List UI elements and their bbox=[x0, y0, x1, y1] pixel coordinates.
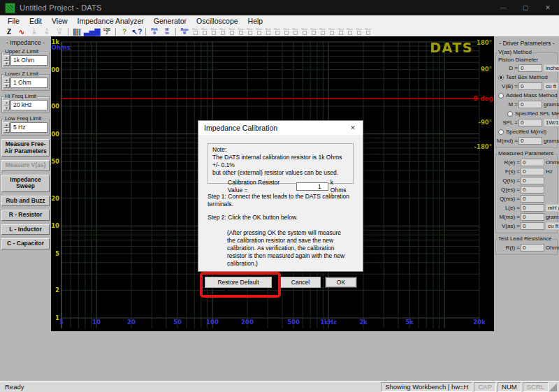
spinner-up-icon[interactable]: ▲ bbox=[3, 55, 10, 61]
field-label: R(e) = bbox=[497, 159, 520, 166]
field-v-b: V(B) =0cu ft bbox=[497, 82, 557, 91]
spl-input[interactable]: 0 bbox=[518, 119, 542, 126]
field-label: V(B) = bbox=[497, 83, 518, 89]
field-m: M =0grams bbox=[497, 100, 557, 109]
q-es-input[interactable]: 0 bbox=[521, 186, 544, 194]
v-as-input[interactable]: 0 bbox=[521, 222, 544, 230]
field-label: M(md) = bbox=[497, 138, 518, 144]
lower-z-limit-label: Lower Z Limit bbox=[4, 71, 39, 77]
button-l-inductor[interactable]: L - Inductor bbox=[1, 224, 50, 235]
maximize-button[interactable]: ▢ bbox=[514, 0, 537, 15]
button-measure-v-as: Measure V(as) bbox=[1, 160, 50, 171]
resize-grip-icon[interactable] bbox=[550, 383, 557, 391]
impedance-panel: - Impedance - Upper Z Limit▲▼1k OhmLower… bbox=[0, 36, 51, 381]
log-z-button[interactable]: LOGZ bbox=[101, 27, 112, 36]
aux-input-button: AIN bbox=[41, 27, 52, 36]
context-help-button[interactable]: ↖? bbox=[131, 27, 143, 36]
field-label: L(e) = bbox=[497, 205, 520, 211]
dialog-close-icon[interactable]: ✕ bbox=[343, 124, 363, 131]
svg-text:5k: 5k bbox=[405, 319, 414, 326]
memory-12-button: Mem bbox=[291, 27, 300, 36]
lower-z-limit-group: Lower Z Limit▲▼1 Ohm bbox=[1, 74, 50, 91]
spinner-up-icon[interactable]: ▲ bbox=[3, 78, 10, 83]
histogram-button[interactable]: ▃▅▇ bbox=[84, 27, 100, 36]
radio-test-box-method[interactable]: Test Box Method bbox=[497, 73, 557, 82]
upper-z-limit-control: ▲▼1k Ohm bbox=[3, 55, 48, 66]
spinner-down-icon[interactable]: ▼ bbox=[3, 128, 10, 133]
field-label: M = bbox=[497, 101, 518, 108]
spinner-up-icon[interactable]: ▲ bbox=[3, 122, 10, 128]
button-impedance-sweep[interactable]: Impedance Sweep bbox=[1, 175, 50, 192]
upper-z-limit-spinner[interactable]: ▲▼ bbox=[3, 55, 10, 66]
menu-generator[interactable]: Generator bbox=[149, 17, 191, 25]
d-input[interactable]: 0 bbox=[518, 64, 542, 72]
unit-label: grams bbox=[544, 101, 559, 108]
m-input[interactable]: 0 bbox=[518, 101, 542, 108]
spinner-down-icon[interactable]: ▼ bbox=[3, 61, 10, 66]
memory-20-button: Mem bbox=[364, 27, 372, 36]
menu-help[interactable]: Help bbox=[243, 17, 268, 25]
f-s-input[interactable]: 0 bbox=[521, 168, 544, 175]
svg-text:1kHz: 1kHz bbox=[320, 319, 337, 326]
q-ms-input[interactable]: 0 bbox=[521, 195, 544, 203]
calibrate-help-button[interactable]: ? bbox=[119, 27, 130, 36]
button-rub-and-buzz[interactable]: Rub and Buzz bbox=[1, 196, 50, 207]
radio-added-mass-method[interactable]: Added Mass Method bbox=[497, 91, 557, 100]
radio-specified-m-md[interactable]: Specified M(md) bbox=[497, 127, 557, 136]
note-line2: but other (external) resistor values can… bbox=[212, 169, 349, 177]
phase-button[interactable]: PHAΦ bbox=[149, 27, 160, 36]
menu-view[interactable]: View bbox=[47, 17, 73, 25]
impedance-z-button[interactable]: Z bbox=[3, 27, 15, 36]
minimize-button[interactable]: — bbox=[492, 0, 514, 15]
low-freq-limit-input[interactable]: 5 Hz bbox=[10, 122, 48, 133]
measure-icon: MeasW bbox=[180, 28, 188, 35]
m-ms-input[interactable]: 0 bbox=[521, 213, 544, 221]
button-c-capacitor[interactable]: C - Capacitor bbox=[1, 238, 50, 249]
magnitude-im-button[interactable]: M/Im bbox=[161, 27, 173, 36]
memory-slot-icon bbox=[239, 31, 243, 35]
l-e-input[interactable]: 0 bbox=[521, 204, 544, 212]
hi-freq-limit-input[interactable]: 20 kHz bbox=[10, 100, 48, 110]
cancel-button[interactable]: Cancel bbox=[280, 277, 321, 288]
upper-z-limit-input[interactable]: 1k Ohm bbox=[10, 55, 48, 66]
memory-slot-icon bbox=[275, 31, 280, 35]
low-freq-limit-label: Low Freq Limit bbox=[4, 115, 42, 122]
r-e-input[interactable]: 0 bbox=[521, 159, 544, 166]
svg-text:500: 500 bbox=[51, 66, 59, 73]
spinner-down-icon[interactable]: ▼ bbox=[3, 83, 10, 89]
menu-oscilloscope[interactable]: Oscilloscope bbox=[191, 17, 243, 25]
low-freq-limit-spinner[interactable]: ▲▼ bbox=[3, 122, 10, 133]
hi-freq-limit-spinner[interactable]: ▲▼ bbox=[3, 100, 10, 110]
menubar: FileEditViewImpedance AnalyzerGeneratorO… bbox=[0, 15, 559, 27]
field-v-as: V(as) =0cu ft bbox=[497, 222, 557, 231]
restore-default-calibration-button[interactable]: Restore Default Calibration bbox=[205, 277, 272, 288]
spectrum-bars-button[interactable]: |||| bbox=[71, 27, 82, 36]
spinner-up-icon[interactable]: ▲ bbox=[3, 100, 10, 106]
close-button[interactable]: ✕ bbox=[537, 0, 559, 15]
memory-2-button: Mem bbox=[201, 27, 209, 36]
menu-edit[interactable]: Edit bbox=[24, 17, 47, 25]
menu-impedance-analyzer[interactable]: Impedance Analyzer bbox=[73, 17, 149, 25]
v-b-input[interactable]: 0 bbox=[518, 82, 542, 90]
menu-file[interactable]: File bbox=[3, 17, 24, 25]
x-axis-ticks: 51020501002005001kHz2k5k20k bbox=[59, 319, 486, 326]
memory-slot-icon bbox=[257, 31, 261, 35]
spinner-down-icon[interactable]: ▼ bbox=[3, 106, 10, 111]
calibration-resistor-input[interactable]: 1 bbox=[296, 182, 328, 191]
lower-z-limit-spinner[interactable]: ▲▼ bbox=[3, 78, 10, 88]
q-ts-input[interactable]: 0 bbox=[521, 177, 544, 184]
radio-specified-spl-method[interactable]: Specified SPL Method bbox=[506, 109, 557, 118]
m-md-input[interactable]: 0 bbox=[518, 137, 542, 145]
magnitude-im-icon: M/Im bbox=[165, 28, 168, 35]
ok-button[interactable]: OK bbox=[325, 277, 357, 288]
window-title: Untitled Project - DATS bbox=[20, 3, 101, 12]
generator-sine-button[interactable]: ∿ bbox=[16, 27, 27, 36]
generator-sine-icon: ∿ bbox=[19, 27, 24, 36]
dialog-title-bar: Impedance Calibration ✕ bbox=[198, 121, 363, 135]
memory-slot-icon bbox=[203, 31, 207, 35]
button-r-resistor[interactable]: R - Resistor bbox=[1, 210, 50, 221]
button-measure-free-air-parameters[interactable]: Measure Free-Air Parameters bbox=[1, 139, 50, 157]
measure-button[interactable]: MeasW bbox=[179, 27, 190, 36]
lower-z-limit-input[interactable]: 1 Ohm bbox=[10, 78, 48, 88]
r-t-input[interactable]: 0 bbox=[521, 244, 544, 252]
